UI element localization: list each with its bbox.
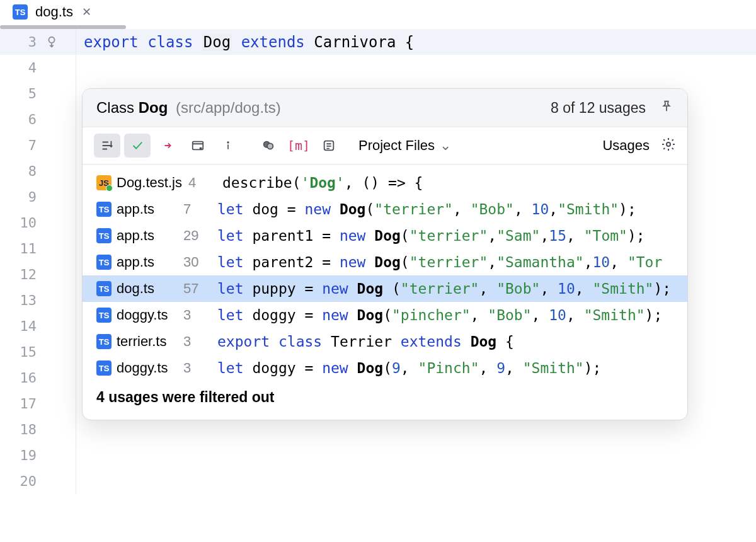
usage-code: let puppy = new Dog ("terrier", "Bob", 1… bbox=[217, 280, 673, 297]
gutter-divider bbox=[76, 468, 76, 494]
usage-row[interactable]: TSdoggy.ts3let doggy = new Dog("pincher"… bbox=[83, 302, 687, 328]
gutter-divider bbox=[76, 287, 76, 313]
code-line[interactable]: 18 bbox=[0, 417, 756, 442]
typescript-file-icon: TS bbox=[96, 202, 112, 217]
javascript-file-icon: JS bbox=[96, 175, 112, 190]
line-number: 12 bbox=[0, 267, 40, 282]
usage-filename: dog.ts bbox=[117, 280, 154, 297]
gutter-divider bbox=[76, 365, 76, 391]
usages-label[interactable]: Usages bbox=[602, 137, 650, 154]
svg-point-3 bbox=[227, 142, 229, 143]
gutter-divider bbox=[76, 132, 76, 158]
gutter-divider bbox=[76, 391, 76, 417]
sort-icon[interactable] bbox=[94, 134, 120, 158]
usage-row[interactable]: TSdog.ts57let puppy = new Dog ("terrier"… bbox=[83, 275, 687, 302]
code-line[interactable]: 4 bbox=[0, 55, 756, 81]
line-number: 15 bbox=[0, 344, 40, 360]
code-line[interactable]: 19 bbox=[0, 442, 756, 468]
gutter-divider bbox=[76, 158, 76, 184]
usage-code: let dog = new Dog("terrier", "Bob", 10,"… bbox=[217, 201, 673, 217]
usage-filename: app.ts bbox=[117, 201, 154, 217]
filter-icon[interactable] bbox=[255, 134, 282, 158]
gutter-divider bbox=[76, 210, 76, 236]
svg-point-2 bbox=[200, 147, 201, 149]
filtered-usages-note[interactable]: 4 usages were filtered out bbox=[83, 381, 687, 420]
gutter-divider bbox=[76, 236, 76, 262]
code-line[interactable]: 3 export class Dog extends Carnivora { bbox=[0, 29, 756, 55]
scope-label: Project Files bbox=[358, 137, 435, 154]
usage-line-number: 30 bbox=[183, 254, 211, 270]
module-bracket-icon[interactable]: [m] bbox=[285, 134, 312, 158]
gutter-divider bbox=[76, 29, 76, 55]
usage-filename: app.ts bbox=[117, 254, 154, 270]
usage-row[interactable]: TSapp.ts29let parent1 = new Dog("terrier… bbox=[83, 222, 687, 249]
gutter-divider bbox=[76, 81, 76, 107]
line-number: 14 bbox=[0, 318, 40, 334]
line-number: 4 bbox=[0, 60, 40, 76]
popup-title: Class Dog (src/app/dog.ts) bbox=[96, 99, 281, 117]
info-icon[interactable] bbox=[215, 134, 241, 158]
line-number: 9 bbox=[0, 189, 40, 205]
close-tab-button[interactable]: ✕ bbox=[82, 5, 91, 19]
svg-point-0 bbox=[49, 37, 54, 42]
line-number: 11 bbox=[0, 241, 40, 257]
usage-row[interactable]: JSDog.test.js4describe('Dog', () => { bbox=[83, 170, 687, 196]
gutter-divider bbox=[76, 55, 76, 81]
line-number: 17 bbox=[0, 396, 40, 412]
scope-dropdown[interactable]: Project Files ⌄ bbox=[358, 137, 451, 154]
editor-tab-bar: TS dog.ts ✕ bbox=[0, 0, 756, 25]
tab-filename[interactable]: dog.ts bbox=[35, 4, 73, 20]
usage-line-number: 3 bbox=[183, 307, 211, 323]
typescript-file-icon: TS bbox=[96, 281, 112, 296]
line-number: 7 bbox=[0, 137, 40, 153]
show-read-access-icon[interactable] bbox=[124, 134, 151, 158]
line-number: 5 bbox=[0, 86, 40, 101]
usage-code: let doggy = new Dog(9, "Pinch", 9, "Smit… bbox=[217, 360, 673, 376]
preview-icon[interactable] bbox=[316, 134, 342, 158]
typescript-file-icon: TS bbox=[96, 255, 112, 270]
popup-title-path: (src/app/dog.ts) bbox=[176, 99, 281, 116]
usage-line-number: 29 bbox=[183, 228, 211, 244]
implementations-gutter-icon[interactable] bbox=[40, 35, 63, 49]
usage-count: 8 of 12 usages bbox=[551, 100, 646, 117]
usage-row[interactable]: TSapp.ts30let parent2 = new Dog("terrier… bbox=[83, 249, 687, 275]
find-usages-popup: Class Dog (src/app/dog.ts) 8 of 12 usage… bbox=[82, 88, 688, 420]
open-in-tool-window-icon[interactable] bbox=[185, 134, 211, 158]
usage-filename: app.ts bbox=[117, 228, 154, 244]
usage-code: let doggy = new Dog("pincher", "Bob", 10… bbox=[217, 307, 673, 323]
pin-icon[interactable] bbox=[660, 100, 673, 117]
gutter-divider bbox=[76, 262, 76, 287]
usage-code: describe('Dog', () => { bbox=[222, 175, 673, 191]
usage-file: TSapp.ts bbox=[96, 254, 177, 270]
gutter-divider bbox=[76, 107, 76, 132]
show-write-access-icon[interactable] bbox=[154, 134, 181, 158]
line-number: 6 bbox=[0, 112, 40, 127]
usage-file: JSDog.test.js bbox=[96, 175, 182, 191]
usage-row[interactable]: TSapp.ts7let dog = new Dog("terrier", "B… bbox=[83, 196, 687, 222]
typescript-file-icon: TS bbox=[96, 334, 112, 349]
usage-code: export class Terrier extends Dog { bbox=[217, 333, 673, 350]
usage-row[interactable]: TSterrier.ts3export class Terrier extend… bbox=[83, 328, 687, 355]
usage-line-number: 57 bbox=[183, 280, 211, 297]
usage-file: TSapp.ts bbox=[96, 228, 177, 244]
code-text[interactable]: export class Dog extends Carnivora { bbox=[84, 33, 414, 51]
usage-line-number: 3 bbox=[183, 333, 211, 350]
line-number: 20 bbox=[0, 473, 40, 489]
usage-code: let parent2 = new Dog("terrier","Samanth… bbox=[217, 254, 673, 270]
gear-icon[interactable] bbox=[661, 137, 676, 155]
usage-filename: terrier.ts bbox=[117, 333, 166, 350]
usage-list: JSDog.test.js4describe('Dog', () => {TSa… bbox=[83, 166, 687, 381]
popup-title-prefix: Class bbox=[96, 99, 139, 116]
usage-row[interactable]: TSdoggy.ts3let doggy = new Dog(9, "Pinch… bbox=[83, 355, 687, 381]
popup-title-name: Dog bbox=[139, 99, 168, 116]
popup-header: Class Dog (src/app/dog.ts) 8 of 12 usage… bbox=[83, 89, 687, 127]
usage-filename: Dog.test.js bbox=[117, 175, 182, 191]
typescript-file-icon: TS bbox=[96, 228, 112, 243]
usage-file: TSdog.ts bbox=[96, 280, 177, 297]
gutter-divider bbox=[76, 339, 76, 365]
gutter-divider bbox=[76, 417, 76, 442]
usage-file: TSapp.ts bbox=[96, 201, 177, 217]
chevron-down-icon: ⌄ bbox=[440, 137, 451, 154]
code-line[interactable]: 20 bbox=[0, 468, 756, 494]
usage-line-number: 7 bbox=[183, 201, 211, 217]
